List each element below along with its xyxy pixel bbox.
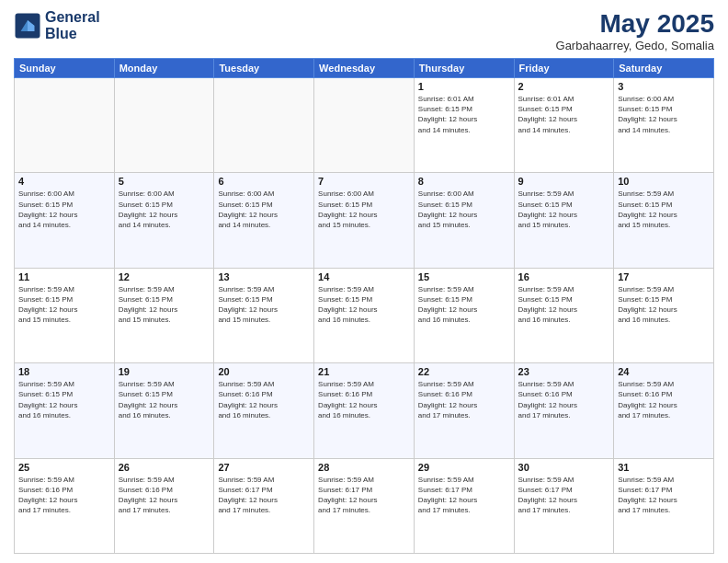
header: General Blue May 2025 Garbahaarrey, Gedo… xyxy=(14,9,714,52)
day-info: Sunrise: 5:59 AMSunset: 6:17 PMDaylight:… xyxy=(618,475,710,516)
month-title: May 2025 xyxy=(556,9,714,39)
calendar-cell: 14Sunrise: 5:59 AMSunset: 6:15 PMDayligh… xyxy=(314,268,415,362)
calendar-cell: 13Sunrise: 5:59 AMSunset: 6:15 PMDayligh… xyxy=(214,268,314,362)
calendar-table: SundayMondayTuesdayWednesdayThursdayFrid… xyxy=(14,58,714,554)
day-info: Sunrise: 5:59 AMSunset: 6:15 PMDaylight:… xyxy=(119,284,210,326)
day-header-monday: Monday xyxy=(114,59,214,78)
title-block: May 2025 Garbahaarrey, Gedo, Somalia xyxy=(556,9,714,52)
calendar-week-3: 11Sunrise: 5:59 AMSunset: 6:15 PMDayligh… xyxy=(15,268,714,362)
calendar-cell: 16Sunrise: 5:59 AMSunset: 6:15 PMDayligh… xyxy=(514,268,614,362)
day-number: 13 xyxy=(218,271,310,282)
calendar-cell xyxy=(15,78,115,173)
logo-text: General Blue xyxy=(45,9,100,41)
calendar-cell: 30Sunrise: 5:59 AMSunset: 6:17 PMDayligh… xyxy=(514,458,614,553)
day-info: Sunrise: 5:59 AMSunset: 6:17 PMDaylight:… xyxy=(518,475,610,516)
day-number: 5 xyxy=(119,176,210,187)
calendar-cell: 4Sunrise: 6:00 AMSunset: 6:15 PMDaylight… xyxy=(15,173,115,268)
day-header-sunday: Sunday xyxy=(15,59,115,78)
day-number: 27 xyxy=(218,462,310,473)
day-info: Sunrise: 5:59 AMSunset: 6:15 PMDaylight:… xyxy=(119,379,210,420)
day-header-thursday: Thursday xyxy=(414,59,514,78)
day-number: 28 xyxy=(318,462,410,473)
calendar-cell: 27Sunrise: 5:59 AMSunset: 6:17 PMDayligh… xyxy=(214,458,314,553)
day-info: Sunrise: 5:59 AMSunset: 6:15 PMDaylight:… xyxy=(318,284,410,326)
day-info: Sunrise: 5:59 AMSunset: 6:15 PMDaylight:… xyxy=(518,189,610,230)
day-info: Sunrise: 5:59 AMSunset: 6:17 PMDaylight:… xyxy=(218,475,310,516)
calendar-cell: 25Sunrise: 5:59 AMSunset: 6:16 PMDayligh… xyxy=(15,458,115,553)
day-info: Sunrise: 5:59 AMSunset: 6:16 PMDaylight:… xyxy=(418,379,510,420)
day-info: Sunrise: 6:00 AMSunset: 6:15 PMDaylight:… xyxy=(18,189,110,230)
day-number: 23 xyxy=(518,366,610,377)
day-number: 3 xyxy=(618,81,710,92)
day-number: 17 xyxy=(618,271,710,282)
calendar-cell: 18Sunrise: 5:59 AMSunset: 6:15 PMDayligh… xyxy=(15,363,115,458)
calendar-cell: 6Sunrise: 6:00 AMSunset: 6:15 PMDaylight… xyxy=(214,173,314,268)
calendar-week-5: 25Sunrise: 5:59 AMSunset: 6:16 PMDayligh… xyxy=(15,458,714,553)
day-number: 6 xyxy=(218,176,310,187)
calendar-cell: 19Sunrise: 5:59 AMSunset: 6:15 PMDayligh… xyxy=(114,363,214,458)
day-info: Sunrise: 5:59 AMSunset: 6:15 PMDaylight:… xyxy=(418,284,510,326)
calendar-cell: 2Sunrise: 6:01 AMSunset: 6:15 PMDaylight… xyxy=(514,78,614,173)
calendar-cell: 1Sunrise: 6:01 AMSunset: 6:15 PMDaylight… xyxy=(414,78,514,173)
calendar-cell xyxy=(214,78,314,173)
calendar-cell xyxy=(314,78,415,173)
day-info: Sunrise: 5:59 AMSunset: 6:17 PMDaylight:… xyxy=(418,475,510,516)
header-row: SundayMondayTuesdayWednesdayThursdayFrid… xyxy=(15,59,714,78)
day-info: Sunrise: 6:00 AMSunset: 6:15 PMDaylight:… xyxy=(418,189,510,230)
day-info: Sunrise: 5:59 AMSunset: 6:17 PMDaylight:… xyxy=(318,475,410,516)
day-number: 10 xyxy=(618,176,710,187)
calendar-cell: 7Sunrise: 6:00 AMSunset: 6:15 PMDaylight… xyxy=(314,173,415,268)
calendar-cell xyxy=(114,78,214,173)
calendar-cell: 26Sunrise: 5:59 AMSunset: 6:16 PMDayligh… xyxy=(114,458,214,553)
day-number: 26 xyxy=(119,462,210,473)
day-number: 8 xyxy=(418,176,510,187)
calendar-cell: 11Sunrise: 5:59 AMSunset: 6:15 PMDayligh… xyxy=(15,268,115,362)
day-info: Sunrise: 5:59 AMSunset: 6:16 PMDaylight:… xyxy=(618,379,710,420)
day-info: Sunrise: 5:59 AMSunset: 6:16 PMDaylight:… xyxy=(18,475,110,516)
day-info: Sunrise: 5:59 AMSunset: 6:15 PMDaylight:… xyxy=(218,284,310,326)
day-number: 21 xyxy=(318,366,410,377)
day-info: Sunrise: 5:59 AMSunset: 6:15 PMDaylight:… xyxy=(18,284,110,326)
day-header-tuesday: Tuesday xyxy=(214,59,314,78)
location-subtitle: Garbahaarrey, Gedo, Somalia xyxy=(556,39,714,52)
calendar-week-2: 4Sunrise: 6:00 AMSunset: 6:15 PMDaylight… xyxy=(15,173,714,268)
day-info: Sunrise: 5:59 AMSunset: 6:16 PMDaylight:… xyxy=(119,475,210,516)
day-number: 25 xyxy=(18,462,110,473)
day-info: Sunrise: 6:00 AMSunset: 6:15 PMDaylight:… xyxy=(318,189,410,230)
day-info: Sunrise: 6:00 AMSunset: 6:15 PMDaylight:… xyxy=(618,94,710,135)
calendar-cell: 12Sunrise: 5:59 AMSunset: 6:15 PMDayligh… xyxy=(114,268,214,362)
day-number: 12 xyxy=(119,271,210,282)
day-info: Sunrise: 6:00 AMSunset: 6:15 PMDaylight:… xyxy=(218,189,310,230)
day-number: 2 xyxy=(518,81,610,92)
logo-line2: Blue xyxy=(45,26,100,42)
day-number: 19 xyxy=(119,366,210,377)
day-info: Sunrise: 5:59 AMSunset: 6:16 PMDaylight:… xyxy=(218,379,310,420)
day-info: Sunrise: 5:59 AMSunset: 6:15 PMDaylight:… xyxy=(18,379,110,420)
day-info: Sunrise: 5:59 AMSunset: 6:15 PMDaylight:… xyxy=(518,284,610,326)
day-number: 24 xyxy=(618,366,710,377)
calendar-cell: 5Sunrise: 6:00 AMSunset: 6:15 PMDaylight… xyxy=(114,173,214,268)
calendar-week-1: 1Sunrise: 6:01 AMSunset: 6:15 PMDaylight… xyxy=(15,78,714,173)
page: General Blue May 2025 Garbahaarrey, Gedo… xyxy=(0,0,728,563)
day-number: 29 xyxy=(418,462,510,473)
day-info: Sunrise: 6:00 AMSunset: 6:15 PMDaylight:… xyxy=(119,189,210,230)
calendar-cell: 17Sunrise: 5:59 AMSunset: 6:15 PMDayligh… xyxy=(614,268,714,362)
day-info: Sunrise: 5:59 AMSunset: 6:16 PMDaylight:… xyxy=(318,379,410,420)
calendar-cell: 21Sunrise: 5:59 AMSunset: 6:16 PMDayligh… xyxy=(314,363,415,458)
day-number: 1 xyxy=(418,81,510,92)
day-number: 9 xyxy=(518,176,610,187)
day-info: Sunrise: 5:59 AMSunset: 6:16 PMDaylight:… xyxy=(518,379,610,420)
day-number: 31 xyxy=(618,462,710,473)
calendar-cell: 9Sunrise: 5:59 AMSunset: 6:15 PMDaylight… xyxy=(514,173,614,268)
day-number: 20 xyxy=(218,366,310,377)
calendar-cell: 8Sunrise: 6:00 AMSunset: 6:15 PMDaylight… xyxy=(414,173,514,268)
day-number: 15 xyxy=(418,271,510,282)
day-header-friday: Friday xyxy=(514,59,614,78)
day-number: 14 xyxy=(318,271,410,282)
day-header-wednesday: Wednesday xyxy=(314,59,415,78)
calendar-cell: 22Sunrise: 5:59 AMSunset: 6:16 PMDayligh… xyxy=(414,363,514,458)
calendar-cell: 28Sunrise: 5:59 AMSunset: 6:17 PMDayligh… xyxy=(314,458,415,553)
calendar-cell: 23Sunrise: 5:59 AMSunset: 6:16 PMDayligh… xyxy=(514,363,614,458)
calendar-cell: 3Sunrise: 6:00 AMSunset: 6:15 PMDaylight… xyxy=(614,78,714,173)
calendar-cell: 31Sunrise: 5:59 AMSunset: 6:17 PMDayligh… xyxy=(614,458,714,553)
